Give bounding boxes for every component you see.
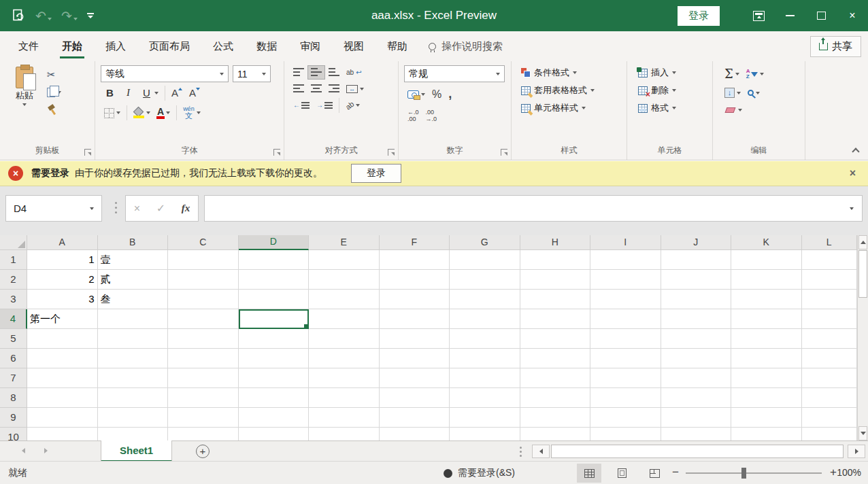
- font-dialog-launcher[interactable]: [273, 149, 280, 156]
- cell-styles-button[interactable]: 单元格样式: [518, 101, 622, 116]
- cell-I4[interactable]: [590, 309, 661, 329]
- cell-L9[interactable]: [802, 408, 858, 428]
- cell-A4[interactable]: 第一个: [27, 309, 98, 329]
- cell-D2[interactable]: [239, 270, 310, 290]
- cell-D1[interactable]: [239, 250, 310, 270]
- cell-G4[interactable]: [450, 309, 520, 329]
- ribbon-tab-3[interactable]: 页面布局: [137, 33, 201, 60]
- row-header-10[interactable]: 10: [0, 428, 27, 440]
- cell-H8[interactable]: [520, 388, 591, 408]
- insert-cells-button[interactable]: 插入: [635, 65, 708, 80]
- scroll-right-button[interactable]: [848, 445, 865, 458]
- cell-A2[interactable]: 2: [27, 270, 98, 290]
- cell-J7[interactable]: [661, 368, 732, 388]
- cell-B9[interactable]: [98, 408, 169, 428]
- cell-B6[interactable]: [98, 349, 169, 368]
- cell-I10[interactable]: [590, 428, 661, 440]
- cell-F4[interactable]: [380, 309, 450, 329]
- align-center-button[interactable]: [307, 82, 325, 96]
- save-sync-icon[interactable]: [11, 7, 26, 24]
- zoom-in-button[interactable]: +: [830, 466, 837, 479]
- ribbon-tab-6[interactable]: 审阅: [288, 33, 332, 60]
- column-header-G[interactable]: G: [450, 235, 520, 250]
- vertical-scrollbar[interactable]: [857, 235, 868, 440]
- cell-F3[interactable]: [380, 290, 450, 309]
- percent-style-button[interactable]: %: [429, 86, 445, 103]
- cell-F2[interactable]: [380, 270, 450, 290]
- page-break-view-button[interactable]: [642, 464, 667, 483]
- normal-view-button[interactable]: [577, 464, 601, 483]
- delete-cells-button[interactable]: 删除: [635, 83, 708, 98]
- cell-G2[interactable]: [450, 270, 520, 290]
- number-format-combo[interactable]: 常规: [404, 65, 505, 82]
- cell-F1[interactable]: [380, 250, 450, 270]
- cell-G9[interactable]: [450, 408, 520, 428]
- italic-button[interactable]: I: [119, 84, 137, 101]
- cell-G5[interactable]: [450, 329, 520, 349]
- find-select-button[interactable]: [744, 87, 763, 99]
- cell-K10[interactable]: [731, 428, 802, 440]
- ribbon-tab-7[interactable]: 视图: [332, 33, 375, 60]
- cell-A1[interactable]: 1: [27, 250, 98, 270]
- cell-B4[interactable]: [98, 309, 169, 329]
- align-right-button[interactable]: [325, 82, 343, 96]
- cell-E9[interactable]: [309, 408, 380, 428]
- cell-A9[interactable]: [27, 408, 98, 428]
- row-header-7[interactable]: 7: [0, 368, 27, 388]
- format-painter-button[interactable]: [44, 103, 65, 118]
- cell-A5[interactable]: [27, 329, 98, 349]
- message-close-icon[interactable]: ×: [846, 167, 860, 179]
- cell-H10[interactable]: [520, 428, 591, 440]
- cell-C4[interactable]: [168, 309, 239, 329]
- cell-D8[interactable]: [239, 388, 310, 408]
- cell-H3[interactable]: [520, 290, 591, 309]
- cell-A10[interactable]: [27, 428, 98, 440]
- cell-L7[interactable]: [802, 368, 858, 388]
- cell-E10[interactable]: [309, 428, 380, 440]
- column-header-C[interactable]: C: [168, 235, 239, 250]
- cell-G1[interactable]: [450, 250, 520, 270]
- cell-D6[interactable]: [239, 349, 310, 368]
- ribbon-display-options-button[interactable]: [743, 0, 774, 31]
- horizontal-scroll-thumb[interactable]: [551, 445, 844, 458]
- font-size-combo[interactable]: 11: [233, 65, 271, 82]
- cell-I6[interactable]: [590, 349, 661, 368]
- column-header-B[interactable]: B: [98, 235, 169, 250]
- zoom-slider-track[interactable]: [686, 472, 822, 474]
- column-header-E[interactable]: E: [309, 235, 380, 250]
- align-top-button[interactable]: [290, 65, 307, 80]
- scroll-up-button[interactable]: [858, 235, 867, 249]
- cell-H5[interactable]: [520, 329, 591, 349]
- cell-L10[interactable]: [802, 428, 858, 440]
- row-header-9[interactable]: 9: [0, 408, 27, 428]
- cell-C8[interactable]: [168, 388, 239, 408]
- redo-chevron-icon[interactable]: [73, 18, 78, 20]
- cell-A6[interactable]: [27, 349, 98, 368]
- cell-L8[interactable]: [802, 388, 858, 408]
- cell-E5[interactable]: [309, 329, 380, 349]
- cell-C1[interactable]: [168, 250, 239, 270]
- fill-color-button[interactable]: [130, 105, 154, 121]
- cell-B1[interactable]: 壹: [98, 250, 169, 270]
- cell-A7[interactable]: [27, 368, 98, 388]
- cell-L4[interactable]: [802, 309, 858, 329]
- name-box[interactable]: D4: [5, 195, 102, 222]
- cell-K8[interactable]: [731, 388, 802, 408]
- column-header-K[interactable]: K: [731, 235, 802, 250]
- name-box-chevron-icon[interactable]: [90, 207, 94, 210]
- accounting-format-button[interactable]: [404, 88, 429, 101]
- cell-E3[interactable]: [309, 290, 380, 309]
- cancel-icon[interactable]: ×: [134, 203, 140, 215]
- borders-button[interactable]: [101, 105, 124, 121]
- font-color-button[interactable]: A: [154, 104, 173, 122]
- maximize-button[interactable]: [805, 0, 837, 31]
- cell-H1[interactable]: [520, 250, 591, 270]
- cell-C10[interactable]: [168, 428, 239, 440]
- phonetic-guide-button[interactable]: wén文: [180, 103, 204, 122]
- cell-E1[interactable]: [309, 250, 380, 270]
- comma-style-button[interactable]: ,: [445, 84, 455, 104]
- row-header-1[interactable]: 1: [0, 250, 27, 270]
- tellme-box[interactable]: 操作说明搜索: [429, 40, 503, 53]
- cell-F7[interactable]: [380, 368, 450, 388]
- formula-bar-splitter[interactable]: [115, 202, 117, 204]
